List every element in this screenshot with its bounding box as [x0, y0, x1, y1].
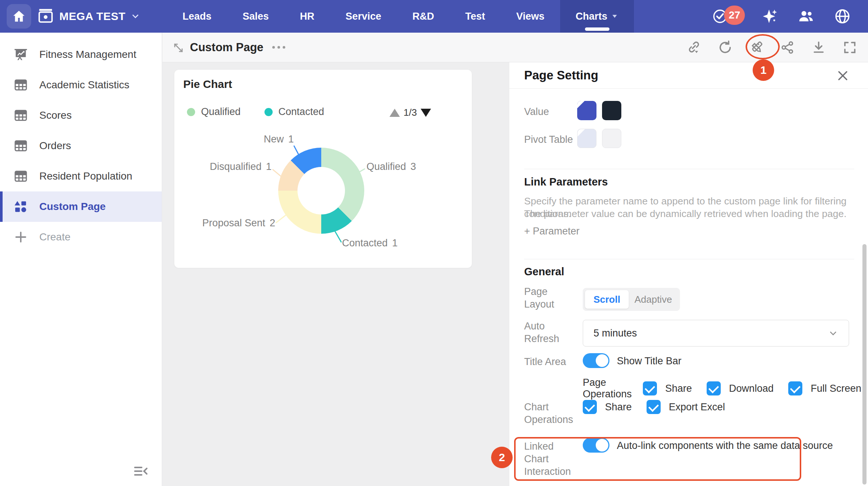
sidebar-item-label: Academic Statistics: [39, 79, 129, 91]
presentation-chart-icon: [13, 47, 28, 62]
panel-scrollbar[interactable]: [862, 244, 867, 485]
legend-item-qualified[interactable]: Qualified: [187, 106, 241, 118]
layout-option-scroll[interactable]: Scroll: [585, 290, 629, 309]
legend-pager: 1/3: [389, 107, 431, 118]
refresh-icon[interactable]: [717, 40, 733, 55]
linked-chart-interaction-label: Linked Chart Interaction: [524, 440, 579, 478]
chart-operations-label: Chart Operations: [524, 401, 579, 426]
link-icon[interactable]: [686, 40, 702, 55]
page-down-icon[interactable]: [421, 109, 431, 117]
legend-item-contacted[interactable]: Contacted: [264, 106, 324, 118]
nav-tab-views[interactable]: Views: [501, 0, 560, 33]
workspace-icon: [37, 8, 54, 25]
auto-refresh-select[interactable]: 5 minutes: [583, 320, 849, 347]
sparkle-icon: [762, 8, 778, 24]
slice-label-qualified: Qualified3: [366, 161, 416, 173]
fullscreen-icon[interactable]: [842, 40, 858, 55]
members-button[interactable]: [798, 8, 815, 25]
show-title-bar-label: Show Title Bar: [617, 355, 681, 367]
chart-share-checkbox[interactable]: [583, 400, 597, 414]
value-color-swatch-secondary[interactable]: [602, 101, 621, 120]
close-icon: [836, 69, 849, 82]
sidebar-item-fitness-management[interactable]: Fitness Management: [0, 39, 162, 70]
more-options-icon[interactable]: [272, 46, 285, 49]
approvals-button[interactable]: 27: [711, 8, 729, 25]
download-checkbox[interactable]: [707, 381, 721, 395]
auto-link-toggle[interactable]: [583, 438, 609, 453]
table-icon: [13, 108, 28, 123]
top-navigation-bar: MEGA TEST Leads Sales HR Service R&D Tes…: [0, 0, 868, 33]
users-icon: [798, 8, 815, 25]
general-heading: General: [524, 266, 564, 278]
legend-dot: [264, 108, 273, 116]
ai-assistant-button[interactable]: [761, 8, 778, 25]
pivot-color-swatch-primary[interactable]: [577, 129, 596, 148]
collapse-sidebar-icon: [133, 463, 149, 479]
sidebar-item-custom-page[interactable]: Custom Page: [0, 191, 162, 222]
share-checkbox[interactable]: [643, 381, 657, 395]
layout-option-adaptive[interactable]: Adaptive: [629, 290, 678, 309]
slice-tick: [275, 214, 286, 224]
title-area-label: Title Area: [524, 355, 579, 368]
link-parameters-heading: Link Parameters: [524, 176, 608, 188]
nav-tab-leads[interactable]: Leads: [167, 0, 227, 33]
chevron-down-icon: [828, 328, 838, 338]
chart-operations-row: Share Export Excel: [583, 400, 732, 414]
plus-icon: [13, 230, 28, 244]
sidebar-item-label: Scores: [39, 109, 72, 121]
full-screen-checkbox[interactable]: [788, 381, 802, 395]
page-operations-row: Page Operations Share Download Full Scre…: [583, 377, 868, 400]
page-layout-segmented-control: Scroll Adaptive: [583, 288, 680, 311]
language-button[interactable]: [834, 8, 851, 25]
chart-title: Pie Chart: [183, 78, 232, 91]
pivot-table-label: Pivot Table: [524, 133, 579, 146]
page-operations-label: Page Operations: [583, 377, 633, 400]
caret-down-icon: [611, 13, 618, 20]
nav-tab-sales[interactable]: Sales: [227, 0, 285, 33]
sidebar-item-resident-population[interactable]: Resident Population: [0, 161, 162, 191]
share-icon[interactable]: [780, 40, 795, 55]
export-excel-checkbox[interactable]: [647, 400, 661, 414]
page-title: Custom Page: [190, 41, 263, 54]
collapse-sidebar-button[interactable]: [131, 463, 151, 479]
slice-label-new: New1: [223, 134, 294, 145]
show-title-bar-toggle[interactable]: [583, 353, 609, 368]
nav-tab-test[interactable]: Test: [450, 0, 501, 33]
value-label: Value: [524, 105, 579, 118]
pivot-color-swatch-secondary[interactable]: [602, 129, 621, 148]
table-icon: [13, 169, 28, 184]
chart-legend: Qualified Contacted: [187, 106, 324, 118]
nav-tab-service[interactable]: Service: [330, 0, 397, 33]
donut-chart[interactable]: [278, 148, 364, 234]
legend-page-indicator: 1/3: [404, 107, 417, 118]
chevron-down-icon: [131, 12, 140, 21]
legend-dot: [187, 108, 195, 116]
annotation-step-2: 2: [491, 447, 513, 468]
workspace-switcher[interactable]: MEGA TEST: [37, 0, 140, 33]
nav-tab-rd[interactable]: R&D: [397, 0, 450, 33]
slice-label-proposal-sent: Proposal Sent2: [197, 217, 275, 229]
sidebar-create-button[interactable]: Create: [0, 222, 162, 252]
tools-icon[interactable]: [749, 40, 764, 55]
sidebar-item-label: Resident Population: [39, 170, 132, 182]
diagonal-resize-icon[interactable]: [172, 42, 185, 54]
value-swatches: [577, 101, 621, 120]
download-icon[interactable]: [811, 40, 826, 55]
value-color-swatch-primary[interactable]: [577, 101, 596, 120]
sidebar-item-academic-statistics[interactable]: Academic Statistics: [0, 70, 162, 100]
globe-icon: [834, 8, 851, 25]
close-panel-button[interactable]: [835, 68, 851, 84]
add-parameter-button[interactable]: + Parameter: [524, 226, 579, 237]
sidebar-item-label: Fitness Management: [39, 49, 136, 60]
sidebar-item-scores[interactable]: Scores: [0, 100, 162, 131]
pivot-swatches: [577, 129, 621, 148]
home-button[interactable]: [7, 4, 31, 29]
page-up-icon[interactable]: [389, 109, 400, 117]
nav-tab-charts[interactable]: Charts: [560, 0, 634, 33]
nav-tab-hr[interactable]: HR: [285, 0, 330, 33]
slice-tick: [272, 169, 283, 178]
auto-refresh-label: Auto Refresh: [524, 320, 579, 345]
sidebar-item-orders[interactable]: Orders: [0, 131, 162, 161]
workspace-name: MEGA TEST: [59, 10, 125, 23]
pie-chart-card[interactable]: Pie Chart Qualified Contacted 1/3 New1 D…: [174, 70, 472, 268]
